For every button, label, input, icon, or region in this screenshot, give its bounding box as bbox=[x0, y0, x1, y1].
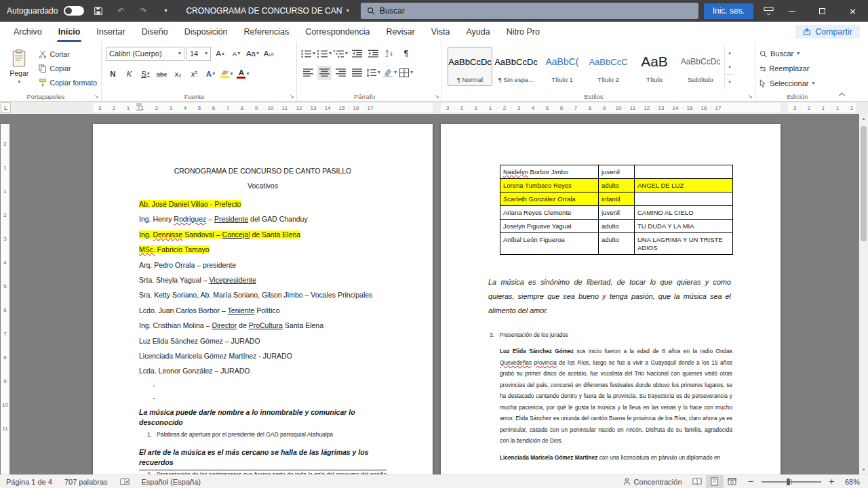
sign-in-button[interactable]: Inic. ses. bbox=[704, 3, 753, 19]
select-button[interactable]: Seleccionar ▾ bbox=[760, 77, 845, 90]
table-cell[interactable] bbox=[635, 192, 733, 206]
tab-revisar[interactable]: Revisar bbox=[378, 22, 422, 42]
table-cell[interactable]: CAMINO AL CIELO bbox=[635, 206, 733, 220]
ruler-segment-page2[interactable]: 3·2·1·1·2·3·4·5·6·7·8·9·10·11·12·13·14·1… bbox=[441, 103, 781, 113]
copy-button[interactable]: Copiar bbox=[39, 61, 97, 75]
table-cell[interactable]: Ariana Reyes Clemente bbox=[500, 206, 599, 220]
print-layout-button[interactable] bbox=[706, 475, 724, 488]
tab-inicio[interactable]: Inicio bbox=[50, 22, 89, 42]
zoom-in-button[interactable]: + bbox=[826, 475, 839, 488]
close-button[interactable]: × bbox=[837, 0, 868, 22]
tab-insertar[interactable]: Insertar bbox=[88, 22, 133, 42]
scroll-up-icon[interactable]: ▴ bbox=[859, 114, 868, 123]
styles-scroll-down-button[interactable]: ▾ bbox=[725, 60, 734, 74]
align-right-button[interactable] bbox=[334, 66, 348, 80]
vertical-ruler[interactable]: 211234567891011 bbox=[1, 124, 9, 474]
quote-line-2[interactable]: El arte de la música es el más cercano s… bbox=[139, 447, 387, 468]
grow-font-button[interactable]: A▴ bbox=[213, 47, 227, 61]
ruler-segment-page1[interactable]: 3·2·1·1·2·3·4·5·6·7·8·9·10·11·12·13·14·1… bbox=[93, 103, 433, 113]
bold-button[interactable]: N bbox=[106, 67, 120, 81]
scrollbar-thumb[interactable] bbox=[861, 126, 867, 241]
table-cell[interactable]: TU DUDA Y LA MIA bbox=[635, 220, 733, 233]
document-line[interactable]: - bbox=[153, 391, 387, 403]
search-input[interactable]: Buscar bbox=[361, 3, 698, 19]
document-line[interactable]: Lcda. Leonor González – JURADO bbox=[139, 363, 387, 378]
document-line[interactable]: - bbox=[153, 379, 387, 391]
table-cell[interactable]: adulto bbox=[599, 179, 635, 192]
document-line[interactable]: Lcdo. Juan Carlos Borbor – Teniente Polí… bbox=[139, 303, 387, 318]
language-status[interactable]: Español (España) bbox=[136, 475, 207, 488]
tab-vista[interactable]: Vista bbox=[423, 22, 458, 42]
quote-line-1[interactable]: La música puede darle nombre a lo innomb… bbox=[139, 407, 387, 428]
zoom-slider-thumb[interactable] bbox=[787, 479, 790, 485]
table-cell[interactable]: adulto bbox=[599, 233, 635, 255]
tab-ayuda[interactable]: Ayuda bbox=[458, 22, 498, 42]
word-count-status[interactable]: 707 palabras bbox=[58, 475, 114, 488]
style-card-subtítulo[interactable]: AaBbCcDcSubtítulo bbox=[678, 47, 723, 86]
web-layout-button[interactable] bbox=[724, 475, 741, 488]
clipboard-dialog-launcher[interactable]: ↘ bbox=[94, 94, 99, 100]
bullets-button[interactable]: ▾ bbox=[301, 47, 315, 61]
align-left-button[interactable] bbox=[301, 66, 315, 80]
minimize-button[interactable] bbox=[776, 0, 807, 22]
zoom-level[interactable]: 68% bbox=[839, 475, 868, 488]
font-size-select[interactable]: 14 ▾ bbox=[186, 47, 211, 61]
quote-paragraph[interactable]: La música es sinónimo de libertad, de to… bbox=[488, 275, 731, 318]
table-cell[interactable]: Aníbal León Figueroa bbox=[500, 233, 599, 255]
scroll-down-icon[interactable]: ▾ bbox=[859, 465, 868, 474]
styles-scroll-up-button[interactable]: ▴ bbox=[725, 45, 734, 60]
bio-paragraph-1[interactable]: Luz Elida Sánchez Gómez sus inicio fuero… bbox=[500, 346, 732, 447]
show-marks-button[interactable]: ¶ bbox=[399, 47, 413, 61]
format-painter-button[interactable]: Copiar formato bbox=[39, 75, 97, 89]
style-card-título-1[interactable]: AaBbC(Título 1 bbox=[540, 47, 585, 86]
cut-button[interactable]: Cortar bbox=[39, 47, 97, 61]
clear-formatting-button[interactable]: A bbox=[262, 47, 276, 61]
title-dropdown-button[interactable]: ▾ bbox=[343, 2, 353, 20]
maximize-button[interactable] bbox=[807, 0, 837, 22]
table-cell[interactable]: ANGEL DE LUZ bbox=[635, 179, 733, 192]
line-spacing-button[interactable]: ▾ bbox=[366, 66, 380, 80]
document-line[interactable]: Ab. José Daniel Villao - Prefecto bbox=[139, 197, 387, 211]
styles-more-button[interactable]: ▾ bbox=[725, 74, 734, 89]
style-card--normal[interactable]: AaBbCcDc¶ Normal bbox=[448, 47, 492, 86]
increase-indent-button[interactable] bbox=[366, 47, 380, 61]
ribbon-display-options-button[interactable] bbox=[760, 2, 776, 20]
find-button[interactable]: Buscar ▾ bbox=[760, 47, 845, 60]
underline-button[interactable]: S▾ bbox=[138, 67, 153, 81]
tab-archivo[interactable]: Archivo bbox=[5, 22, 50, 42]
tab-diseño[interactable]: Diseño bbox=[134, 22, 176, 42]
subscript-button[interactable]: x₂ bbox=[171, 67, 185, 81]
decrease-indent-button[interactable] bbox=[350, 47, 364, 61]
document-line[interactable]: Luz Elida Sánchez Gómez – JURADO bbox=[139, 333, 387, 348]
table-cell[interactable]: Naidelyn Borbor Jimbo bbox=[500, 165, 599, 179]
replace-button[interactable]: ⇆ Reemplazar bbox=[760, 62, 845, 75]
document-subheading[interactable]: Vocativos bbox=[139, 181, 387, 190]
document-line[interactable]: Ing. Dennisse Sandoval – Concejal de San… bbox=[139, 227, 387, 242]
font-color-button[interactable]: A▾ bbox=[236, 67, 250, 81]
ruler-segment-partial[interactable]: 3·2·1·1·2·3 bbox=[788, 103, 856, 113]
multilevel-list-button[interactable]: ▾ bbox=[334, 47, 348, 61]
shrink-font-button[interactable]: A▾ bbox=[229, 47, 243, 61]
table-cell[interactable] bbox=[635, 165, 733, 179]
table-cell[interactable]: Scarleth González Orrala bbox=[500, 192, 599, 206]
numbering-button[interactable]: ▾ bbox=[317, 47, 332, 61]
change-case-button[interactable]: Aa▾ bbox=[245, 47, 260, 61]
bio-paragraph-2[interactable]: Licenciada Maricela Gómez Martínez con u… bbox=[500, 452, 732, 464]
document-line[interactable]: Arq. Pedro Orrala – presidente bbox=[139, 258, 387, 272]
text-effects-button[interactable]: A▾ bbox=[203, 67, 218, 81]
style-card--sin-espa-[interactable]: AaBbCcDc¶ Sin espa... bbox=[494, 47, 538, 86]
highlight-button[interactable]: ▾ bbox=[220, 67, 234, 81]
undo-button[interactable]: ↶ bbox=[113, 2, 129, 20]
document-heading[interactable]: CRONOGRAMA DE CONCURSO DE CANTO PASILLO bbox=[139, 166, 387, 176]
document-line[interactable]: Srta. Sheyla Yagual – Vicepresidente bbox=[139, 272, 387, 287]
tab-correspondencia[interactable]: Correspondencia bbox=[297, 22, 378, 42]
italic-button[interactable]: K bbox=[122, 67, 136, 81]
zoom-out-button[interactable]: − bbox=[741, 475, 757, 488]
table-cell[interactable]: juvenil bbox=[599, 165, 635, 179]
style-card-título-2[interactable]: AaBbCcCTítulo 2 bbox=[586, 47, 631, 86]
font-dialog-launcher[interactable]: ↘ bbox=[289, 94, 294, 100]
styles-dialog-launcher[interactable]: ↘ bbox=[747, 94, 753, 100]
borders-button[interactable]: ▾ bbox=[399, 66, 413, 80]
style-card-título[interactable]: AaBTítulo bbox=[632, 47, 677, 86]
document-line[interactable]: Licenciada Maricela Gómez Martínez - JUR… bbox=[139, 348, 387, 363]
